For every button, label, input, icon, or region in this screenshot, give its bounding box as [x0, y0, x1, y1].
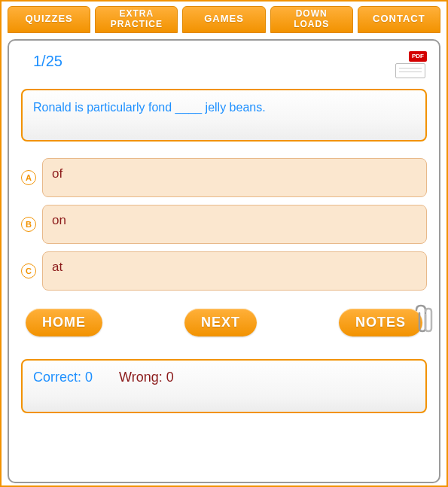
correct-label: Correct: [33, 370, 81, 385]
question-text: Ronald is particularly fond ____ jelly b… [33, 101, 415, 114]
notes-wrap: NOTES [339, 309, 422, 336]
option-b[interactable]: on [42, 205, 427, 244]
score-line: Correct: 0 Wrong: 0 [33, 370, 415, 385]
top-row: 1/25 PDF [21, 51, 427, 78]
option-row-b: B on [21, 205, 427, 244]
pdf-download-icon[interactable]: PDF [395, 51, 427, 78]
options-group: A of B on C at [21, 158, 427, 291]
tab-contact[interactable]: CONTACT [358, 6, 440, 33]
question-box: Ronald is particularly fond ____ jelly b… [21, 89, 427, 142]
option-letter-c: C [21, 263, 36, 279]
option-row-a: A of [21, 158, 427, 197]
tab-games[interactable]: GAMES [182, 6, 265, 33]
option-b-text: on [52, 213, 66, 227]
option-letter-a: A [21, 170, 36, 185]
tab-quizzes[interactable]: QUIZZES [8, 6, 90, 33]
wrong-label: Wrong: [119, 370, 163, 385]
option-c[interactable]: at [42, 251, 427, 291]
pdf-badge: PDF [409, 51, 427, 62]
tab-downloads[interactable]: DOWN LOADS [270, 6, 353, 33]
app-frame: QUIZZES EXTRA PRACTICE GAMES DOWN LOADS … [0, 0, 448, 487]
tab-extra-line1: EXTRA [119, 8, 154, 19]
notes-button[interactable]: NOTES [339, 309, 422, 336]
tab-downloads-line1: DOWN [296, 8, 328, 19]
option-c-text: at [52, 260, 62, 274]
tabs-row: QUIZZES EXTRA PRACTICE GAMES DOWN LOADS … [2, 2, 446, 33]
option-a[interactable]: of [42, 158, 427, 197]
tab-downloads-line2: LOADS [294, 19, 329, 29]
next-button[interactable]: NEXT [184, 309, 257, 336]
pdf-page-icon [395, 63, 425, 78]
tab-extra-line2: PRACTICE [111, 19, 163, 29]
home-button[interactable]: HOME [26, 309, 102, 336]
tab-extra-practice[interactable]: EXTRA PRACTICE [95, 6, 178, 33]
content-frame: 1/25 PDF Ronald is particularly fond ___… [8, 39, 440, 483]
option-row-c: C at [21, 251, 427, 291]
option-letter-b: B [21, 217, 36, 232]
question-counter: 1/25 [33, 53, 62, 70]
buttons-row: HOME NEXT NOTES [21, 309, 427, 336]
correct-value: 0 [85, 370, 93, 385]
wrong-value: 0 [166, 370, 174, 385]
option-a-text: of [52, 166, 62, 181]
score-box: Correct: 0 Wrong: 0 [21, 359, 427, 413]
